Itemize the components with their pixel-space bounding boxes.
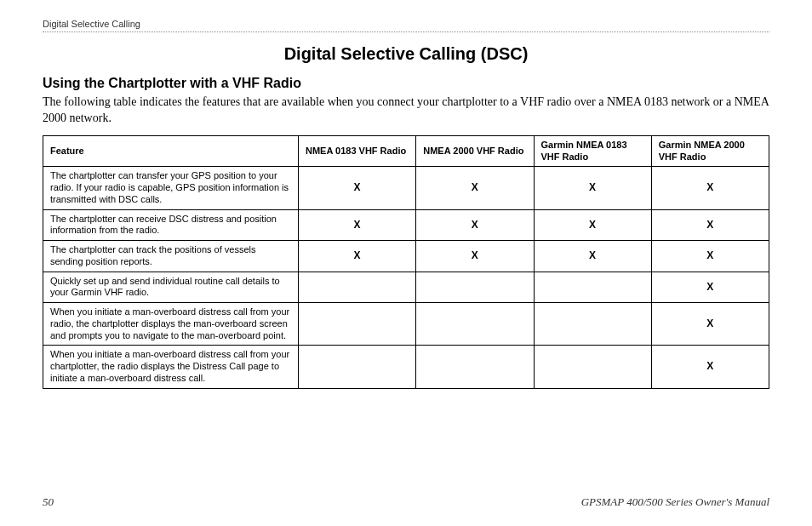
- table-row: When you initiate a man-overboard distre…: [43, 346, 769, 388]
- intro-paragraph: The following table indicates the featur…: [43, 94, 769, 127]
- th-feature: Feature: [43, 135, 299, 167]
- mark-cell: [534, 346, 651, 388]
- mark-cell: [416, 272, 534, 303]
- th-garmin2000: Garmin NMEA 2000 VHF Radio: [651, 135, 769, 167]
- mark-cell: [299, 303, 416, 346]
- mark-cell: [299, 272, 416, 303]
- feature-cell: The chartplotter can transfer your GPS p…: [43, 167, 299, 209]
- mark-cell: X: [299, 167, 416, 209]
- mark-cell: [534, 303, 651, 346]
- feature-cell: Quickly set up and send individual routi…: [43, 272, 299, 303]
- table-row: The chartplotter can track the positions…: [43, 241, 769, 272]
- page-title: Digital Selective Calling (DSC): [43, 44, 769, 64]
- mark-cell: X: [651, 241, 769, 272]
- mark-cell: X: [416, 241, 534, 272]
- page-number: 50: [43, 495, 54, 509]
- mark-cell: X: [416, 167, 534, 209]
- mark-cell: X: [651, 167, 769, 209]
- th-nmea0183: NMEA 0183 VHF Radio: [299, 135, 416, 167]
- mark-cell: X: [416, 209, 534, 241]
- table-row: Quickly set up and send individual routi…: [43, 272, 769, 303]
- table-row: The chartplotter can receive DSC distres…: [43, 209, 769, 241]
- mark-cell: X: [299, 241, 416, 272]
- section-subtitle: Using the Chartplotter with a VHF Radio: [43, 76, 769, 91]
- page-footer: 50 GPSMAP 400/500 Series Owner's Manual: [43, 495, 769, 509]
- table-header-row: Feature NMEA 0183 VHF Radio NMEA 2000 VH…: [43, 135, 769, 167]
- mark-cell: X: [534, 167, 651, 209]
- feature-cell: When you initiate a man-overboard distre…: [43, 303, 299, 346]
- mark-cell: X: [534, 209, 651, 241]
- mark-cell: X: [651, 303, 769, 346]
- feature-table: Feature NMEA 0183 VHF Radio NMEA 2000 VH…: [43, 135, 769, 389]
- table-row: When you initiate a man-overboard distre…: [43, 303, 769, 346]
- table-row: The chartplotter can transfer your GPS p…: [43, 167, 769, 209]
- mark-cell: X: [299, 209, 416, 241]
- mark-cell: X: [651, 272, 769, 303]
- mark-cell: [416, 346, 534, 388]
- feature-cell: When you initiate a man-overboard distre…: [43, 346, 299, 388]
- th-nmea2000: NMEA 2000 VHF Radio: [416, 135, 534, 167]
- feature-cell: The chartplotter can track the positions…: [43, 241, 299, 272]
- th-garmin0183: Garmin NMEA 0183 VHF Radio: [534, 135, 651, 167]
- mark-cell: X: [534, 241, 651, 272]
- mark-cell: [299, 346, 416, 388]
- mark-cell: [416, 303, 534, 346]
- mark-cell: X: [651, 346, 769, 388]
- manual-title: GPSMAP 400/500 Series Owner's Manual: [581, 495, 769, 509]
- mark-cell: X: [651, 209, 769, 241]
- mark-cell: [534, 272, 651, 303]
- feature-cell: The chartplotter can receive DSC distres…: [43, 209, 299, 241]
- running-header: Digital Selective Calling: [43, 19, 769, 32]
